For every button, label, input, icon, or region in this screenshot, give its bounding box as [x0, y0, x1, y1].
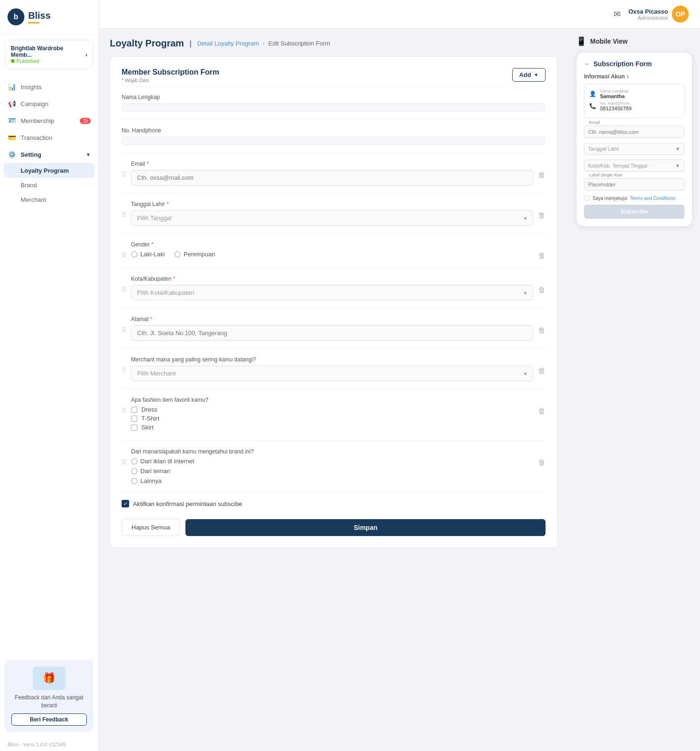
drag-handle-fashion[interactable]: ⠿: [122, 397, 126, 414]
form-card: Member Subscription Form * Wajib Diisi A…: [110, 56, 557, 548]
delete-kota-icon[interactable]: 🗑: [538, 276, 546, 294]
drag-handle-merchant[interactable]: ⠿: [122, 356, 126, 374]
logo-area: b Bliss: [0, 0, 98, 34]
user-details: Oxsa Picasso Administrator: [628, 8, 668, 21]
mobile-single-label: Label Single Row: [588, 173, 623, 177]
field-alamat-input[interactable]: [131, 325, 533, 341]
mobile-icon: 📱: [576, 36, 586, 46]
drag-handle-kota[interactable]: ⠿: [122, 276, 126, 293]
drag-handle-brand[interactable]: ⠿: [122, 448, 126, 466]
feedback-box: 🎁 Feedback dari Anda sangat berarti Beri…: [5, 660, 93, 732]
sidebar-item-insights[interactable]: 📊 Insights: [0, 78, 98, 95]
sidebar-item-brand[interactable]: Brand: [0, 178, 98, 192]
sidebar-item-merchant[interactable]: Merchant: [0, 192, 98, 207]
gender-laki-laki[interactable]: Laki-Laki: [131, 251, 165, 258]
radio-teman[interactable]: Dari teman: [131, 467, 170, 475]
field-email-input[interactable]: [131, 170, 533, 185]
delete-tanggal-icon[interactable]: 🗑: [538, 201, 546, 220]
feedback-illustration: 🎁: [33, 667, 66, 690]
confirm-checkbox[interactable]: ✓: [122, 500, 129, 507]
delete-email-icon[interactable]: 🗑: [538, 161, 546, 179]
field-kota-select[interactable]: Pilih Kota/Kabupaten: [131, 285, 533, 300]
mobile-kota-arrow: ▼: [675, 163, 680, 169]
mobile-single-input[interactable]: [584, 178, 685, 191]
breadcrumb-divider: |: [190, 39, 192, 48]
version-text: Bliss - Versi 1.0.0 #12345: [0, 738, 98, 751]
sidebar-item-setting[interactable]: ⚙️ Setting ▼: [0, 146, 98, 163]
breadcrumb: Loyalty Program | Detail Loyalty Program…: [110, 38, 557, 49]
sidebar-item-label-membership: Membership: [21, 117, 54, 124]
logo-icon: b: [8, 8, 24, 25]
checkbox-tshirt-icon: [131, 415, 138, 422]
gender-perempuan[interactable]: Perempuan: [174, 251, 215, 258]
radio-iklan[interactable]: Dari iklan di internet: [131, 458, 194, 465]
field-nama-value: [122, 103, 546, 112]
sidebar-item-membership[interactable]: 🪪 Membership 15: [0, 112, 98, 129]
mobile-kota-select[interactable]: Kota/Kab. Tempat Tinggal ▼: [584, 160, 685, 172]
field-kota-content: Kota/Kabupaten * Pilih Kota/Kabupaten: [131, 276, 533, 300]
delete-alamat-icon[interactable]: 🗑: [538, 316, 546, 335]
kota-select-wrapper: Pilih Kota/Kabupaten: [131, 285, 533, 300]
mail-icon[interactable]: ✉: [614, 9, 621, 19]
mobile-section-title: Informasi Akun ℹ: [584, 73, 685, 80]
radio-iklan-label: Dari iklan di internet: [140, 458, 194, 465]
checkbox-dress[interactable]: Dress: [131, 406, 533, 413]
drag-handle-email[interactable]: ⠿: [122, 161, 126, 178]
drag-handle-tanggal[interactable]: ⠿: [122, 201, 126, 219]
mobile-terms-text: Saya menyetujui: [592, 196, 627, 201]
mobile-field-email: Email: [584, 124, 685, 138]
checkbox-tshirt[interactable]: T-Shirt: [131, 415, 533, 422]
delete-all-button[interactable]: Hapus Semua: [122, 519, 180, 536]
fashion-checkbox-group: Dress T-Shirt Skirt: [131, 406, 533, 431]
gender-radio-group: Laki-Laki Perempuan: [131, 251, 533, 258]
delete-gender-icon[interactable]: 🗑: [538, 241, 546, 260]
sidebar: b Bliss Brightlab Wardrobe Memb... Publi…: [0, 0, 99, 751]
sidebar-item-loyalty-program[interactable]: Loyalty Program: [4, 163, 94, 178]
sidebar-item-transaction[interactable]: 💳 Transaction: [0, 129, 98, 146]
drag-handle-alamat[interactable]: ⠿: [122, 316, 126, 334]
field-gender: ⠿ Gender * Laki-Laki Perempuan: [122, 233, 546, 268]
mobile-name-value: Samantha: [600, 93, 629, 99]
delete-fashion-icon[interactable]: 🗑: [538, 397, 546, 415]
field-merchant-select[interactable]: Pilih Merchant: [131, 366, 533, 381]
radio-lainnya[interactable]: Lainnya: [131, 477, 162, 484]
drag-handle-gender[interactable]: ⠿: [122, 241, 126, 259]
mobile-terms-link[interactable]: Terms and Conditions: [630, 196, 676, 201]
save-button[interactable]: Simpan: [185, 519, 546, 536]
field-email-label: Email *: [131, 161, 533, 167]
radio-teman-label: Dari teman: [140, 467, 170, 475]
breadcrumb-root: Loyalty Program: [110, 38, 184, 49]
field-nama-label: Nama Lengkap: [122, 94, 546, 100]
field-tanggal-lahir: ⠿ Tanggal Lahir * Pilih Tanggal 🗑: [122, 193, 546, 233]
field-gender-label: Gender *: [131, 241, 533, 248]
add-button[interactable]: Add ▼: [512, 68, 546, 82]
checkbox-skirt[interactable]: Skirt: [131, 424, 533, 431]
transaction-icon: 💳: [8, 134, 16, 141]
checkbox-tshirt-label: T-Shirt: [141, 415, 159, 422]
breadcrumb-link[interactable]: Detail Loyalty Program: [197, 40, 259, 47]
radio-laki-label: Laki-Laki: [140, 251, 165, 258]
workspace-chevron-icon: ›: [85, 51, 87, 58]
mobile-terms-row: Saya menyetujui Terms and Conditions: [584, 195, 685, 201]
mobile-email-input[interactable]: [584, 126, 685, 138]
mobile-subscribe-button[interactable]: Subscribe: [584, 205, 685, 219]
sidebar-item-label-transaction: Transaction: [21, 134, 52, 141]
mobile-terms-checkbox[interactable]: [584, 195, 590, 201]
field-merchant: ⠿ Merchant mana yang paling sering kamu …: [122, 348, 546, 389]
field-gender-content: Gender * Laki-Laki Perempuan: [131, 241, 533, 258]
mobile-field-kota: Kota/Kab. Tempat Tinggal ▼: [584, 160, 685, 172]
delete-merchant-icon[interactable]: 🗑: [538, 356, 546, 375]
workspace-selector[interactable]: Brightlab Wardrobe Memb... Published ›: [5, 40, 93, 69]
campaign-icon: 📢: [8, 100, 16, 107]
sidebar-item-label-insights: Insights: [21, 84, 42, 91]
field-email: ⠿ Email * 🗑: [122, 153, 546, 193]
user-icon: 👤: [589, 91, 596, 97]
field-merchant-content: Merchant mana yang paling sering kamu da…: [131, 356, 533, 381]
mobile-tanggal-select[interactable]: Tanggal Lahir ▼: [584, 143, 685, 155]
delete-brand-icon[interactable]: 🗑: [538, 448, 546, 467]
mobile-field-tanggal: Tanggal Lahir ▼: [584, 143, 685, 155]
field-tanggal-select[interactable]: Pilih Tanggal: [131, 210, 533, 226]
field-phone-value: [122, 137, 546, 145]
sidebar-item-campaign[interactable]: 📢 Campaign: [0, 95, 98, 112]
feedback-button[interactable]: Beri Feedback: [11, 713, 87, 726]
